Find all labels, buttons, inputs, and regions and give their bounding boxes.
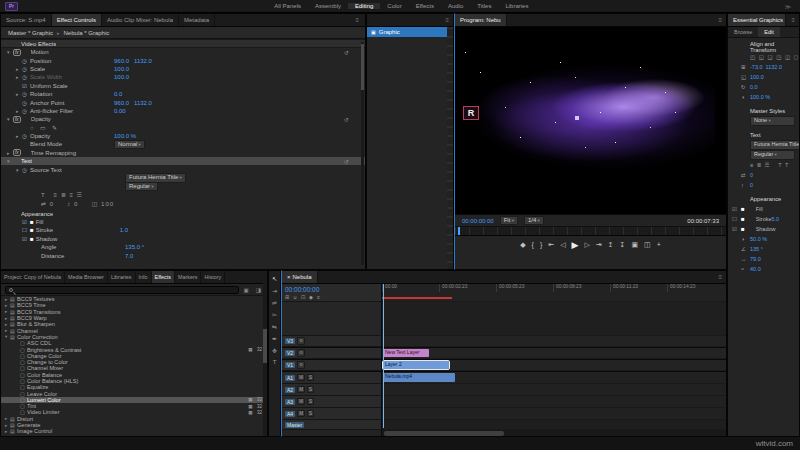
effect-row[interactable]: Appearance xyxy=(1,209,365,217)
panel-tab[interactable]: Media Browser xyxy=(65,271,108,283)
effect-row[interactable]: Futura Hernia Title xyxy=(1,174,365,182)
slip-tool[interactable]: ⇆ xyxy=(272,323,277,330)
program-scrub-bar[interactable] xyxy=(455,227,726,236)
checkbox-icon[interactable]: ☑ xyxy=(732,226,741,232)
property-value[interactable]: 0.0 xyxy=(750,84,758,90)
property-value[interactable]: 135.0 ° xyxy=(125,244,144,250)
eg-row[interactable]: ↕ 0 xyxy=(728,180,799,190)
fx-badge-icon[interactable]: fx xyxy=(13,149,21,156)
track-toggle-icon[interactable]: S xyxy=(307,398,314,406)
master-clip-label[interactable]: Master * Graphic xyxy=(8,30,53,36)
effect-row[interactable]: ▸ ◷ Rotation 0.0 xyxy=(1,90,365,98)
new-custom-bin-icon[interactable]: ▣ xyxy=(242,287,251,293)
effects-tree-row[interactable]: ▸ ▤ BCC9 Time xyxy=(1,302,267,308)
effects-tree-row[interactable]: ▢ Color Balance xyxy=(1,372,267,378)
effects-tree-row[interactable]: ▢ ASC CDL xyxy=(1,340,267,346)
panel-tab[interactable]: Markers xyxy=(175,271,201,283)
effect-row[interactable]: ▾ fx Opacity ↺ xyxy=(1,115,365,123)
workspace-tab[interactable]: Titles xyxy=(470,3,498,9)
hand-tool[interactable]: ✥ xyxy=(272,347,277,354)
linked-selection-icon[interactable]: ⊡ xyxy=(301,294,305,300)
export-frame-button[interactable]: ▣ xyxy=(631,241,638,249)
property-value[interactable]: 135 ° xyxy=(750,246,763,252)
effect-row[interactable]: Blend Mode Normal xyxy=(1,140,365,148)
workspace-tab[interactable]: Color xyxy=(380,3,408,9)
nest-icon[interactable]: ⊞ xyxy=(285,294,289,300)
checkbox-icon[interactable]: ☑ xyxy=(732,206,741,212)
effects-tree-row[interactable]: ▸ ▤ Blur & Sharpen xyxy=(1,321,267,327)
effects-tree-row[interactable]: ▢ Lumetri Color ▦ 32 xyxy=(1,397,267,403)
master-track-label[interactable]: Master xyxy=(285,422,304,428)
effect-row[interactable]: ◷ Position 960.0 1132.0 xyxy=(1,56,365,64)
new-preset-icon[interactable]: ◨ xyxy=(254,287,263,293)
effect-row[interactable]: T ≡ ≣ ≡ ☰ xyxy=(1,191,365,199)
color-swatch[interactable]: ■ xyxy=(30,219,34,225)
track-lane[interactable]: New Text Layer xyxy=(382,348,726,359)
panel-tab[interactable]: Info xyxy=(136,271,152,283)
eg-row[interactable]: ≡ ≣ ☰ T T xyxy=(728,160,799,170)
stopwatch-icon[interactable]: ◷ xyxy=(22,133,30,139)
track-lane[interactable]: Layer 2 xyxy=(382,360,726,371)
dropdown[interactable]: None xyxy=(750,116,795,126)
playhead[interactable] xyxy=(383,284,384,428)
property-value[interactable]: 0 xyxy=(750,182,753,188)
effects-tree-row[interactable]: ▸ ▤ Generate xyxy=(1,422,267,428)
property-value[interactable]: 960.0 1132.0 xyxy=(114,100,152,106)
track-label[interactable]: A1 xyxy=(285,375,295,381)
stopwatch-icon[interactable]: ◷ xyxy=(22,74,30,80)
stopwatch-icon[interactable]: ◷ xyxy=(22,167,30,173)
track-toggle-icon[interactable]: S xyxy=(307,374,314,382)
property-value[interactable]: 100.0 xyxy=(114,66,129,72)
effects-tree-row[interactable]: ▸ ▤ BCC9 Warp xyxy=(1,315,267,321)
timeline-clip[interactable]: Nebula.mp4 xyxy=(383,373,455,382)
color-swatch[interactable]: ■ xyxy=(30,227,34,233)
layer-item[interactable]: ▣ Graphic xyxy=(367,27,453,37)
play-button[interactable]: ▶ xyxy=(572,240,579,250)
timeline-settings-icon[interactable]: ≡ xyxy=(317,294,320,300)
effect-row[interactable]: ☑ Uniform Scale xyxy=(1,82,365,90)
type-tool[interactable]: T xyxy=(273,359,277,365)
workspace-tab[interactable]: Libraries xyxy=(498,3,535,9)
effects-tree-row[interactable]: ▢ Color Balance (HLS) xyxy=(1,378,267,384)
eg-row[interactable]: ◱ 100.0 xyxy=(728,72,799,82)
workspace-tab[interactable]: All Panels xyxy=(267,3,308,9)
eg-row[interactable]: ⊞ -73.0 1132.0 xyxy=(728,62,799,72)
property-value[interactable]: 5.0 xyxy=(772,216,780,222)
track-header[interactable]: V1 ⊙ xyxy=(282,360,382,371)
track-label[interactable]: A4 xyxy=(285,411,295,417)
effects-tree-row[interactable]: ▸ ▤ Channel xyxy=(1,327,267,333)
close-icon[interactable]: × xyxy=(287,274,291,280)
ripple-edit-tool[interactable]: ⇌ xyxy=(272,299,277,306)
track-toggle-icon[interactable]: S xyxy=(307,410,314,418)
current-timecode[interactable]: 00:00:00:00 xyxy=(462,218,494,224)
effect-row[interactable]: ▾ fx Motion ↺ xyxy=(1,48,365,56)
track-lane[interactable] xyxy=(382,408,726,420)
dropdown[interactable]: Futura Hernia Title xyxy=(750,140,800,150)
track-toggle-icon[interactable]: ⊙ xyxy=(297,361,305,369)
track-toggle-icon[interactable]: M xyxy=(297,386,305,394)
zoom-level-dropdown[interactable]: Fit xyxy=(500,216,518,226)
effects-tree-row[interactable]: ▸ ▤ BCC9 Transitions xyxy=(1,309,267,315)
color-swatch[interactable]: ■ xyxy=(741,216,745,222)
sequence-clip-label[interactable]: Nebula * Graphic xyxy=(64,30,110,36)
go-to-in-button[interactable]: ⇤ xyxy=(548,241,554,249)
track-lane[interactable] xyxy=(382,384,726,396)
effects-tree-row[interactable]: ▸ ▤ BCC9 Textures xyxy=(1,296,267,302)
scrollbar[interactable] xyxy=(263,271,267,436)
panel-tab[interactable]: Metadata xyxy=(179,14,215,26)
property-value[interactable]: 0.0 xyxy=(114,91,122,97)
property-value[interactable]: 960.0 1132.0 xyxy=(114,58,152,64)
eg-row[interactable]: ↻ 0.0 xyxy=(728,82,799,92)
color-swatch[interactable]: ■ xyxy=(30,236,34,242)
property-value[interactable]: 40.0 xyxy=(750,266,761,272)
effect-row[interactable]: ▸ fx Time Remapping xyxy=(1,149,365,157)
essential-graphics-tab[interactable]: Essential Graphics xyxy=(728,14,786,26)
reset-icon[interactable]: ↺ xyxy=(344,158,349,165)
panel-tab[interactable]: Project: Copy of Nebula xyxy=(1,271,65,283)
eg-row[interactable]: ◰ ◱ ◲ ◳ ◫ ◻ xyxy=(728,52,799,62)
track-toggle-icon[interactable]: M xyxy=(297,410,305,418)
track-header[interactable]: A3 M S xyxy=(282,396,382,408)
track-lane[interactable] xyxy=(382,336,726,347)
panel-tab[interactable]: Audio Clip Mixer: Nebula xyxy=(102,14,179,26)
mark-in-button[interactable]: { xyxy=(532,241,534,248)
